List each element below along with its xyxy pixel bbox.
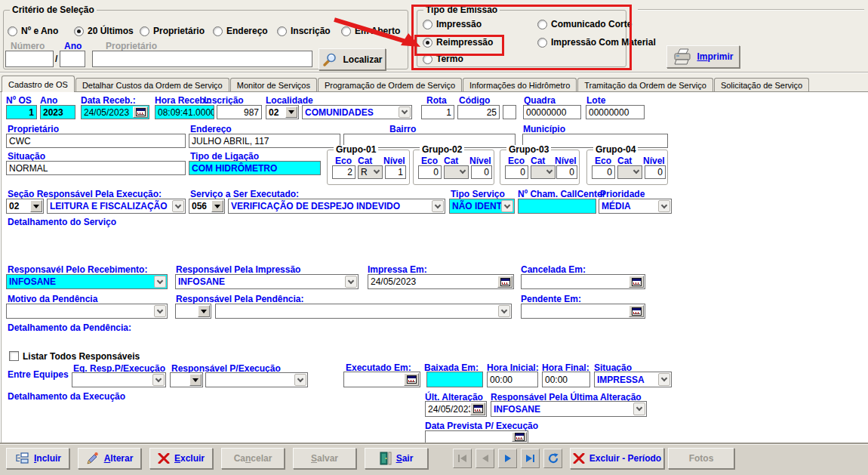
dropdown-button[interactable] [154,305,166,317]
dropdown-button[interactable] [198,305,210,317]
tab-solicitacao-servico[interactable]: Solicitação de Serviço [714,78,809,92]
ncham-callcenter-field[interactable] [518,199,596,214]
cat-combo[interactable] [617,165,642,179]
cat-combo[interactable]: R [358,165,383,179]
nivel-field[interactable]: 0 [471,165,492,179]
nivel-field[interactable]: 0 [556,165,577,179]
sair-button[interactable]: Sair [365,448,428,469]
tipo-servico-combo[interactable]: NÃO IDENTIFI [449,199,515,214]
resp-recebimento-combo[interactable]: INFOSANE [6,274,168,289]
nivel-field[interactable]: 1 [385,165,406,179]
listar-todos-checkbox[interactable] [9,351,19,361]
imprimir-button[interactable]: Imprimir [666,45,740,68]
tab-cadastro-de-os[interactable]: Cadastro de OS [2,76,75,92]
data-prevista-calendar-button[interactable] [512,432,527,442]
data-prevista-field[interactable] [425,430,528,443]
nav-previous-button[interactable] [476,449,494,468]
dropdown-button[interactable] [658,200,670,212]
localidade-codigo-combo[interactable]: 02 [266,105,299,119]
quadra-field[interactable]: 00000000 [523,105,581,119]
dropdown-button[interactable] [294,374,306,386]
baixada-em-field[interactable] [426,372,483,387]
inscricao-field[interactable]: 987 [217,105,262,119]
alterar-button[interactable]: Alterar [78,448,141,469]
cat-combo[interactable] [444,165,469,179]
radio-endereco[interactable]: Endereço [213,26,268,36]
dropdown-button[interactable] [658,373,670,386]
proprietario-field[interactable]: CWC [6,134,186,148]
dropdown-button[interactable] [432,200,444,212]
codigo-field[interactable]: 25 [457,105,500,119]
refresh-button[interactable] [543,449,562,468]
tab-detalhar-custos[interactable]: Detalhar Custos da Ordem de Serviço [75,78,229,92]
resp-impressao-combo[interactable]: INFOSANE [175,274,359,289]
cancelada-em-field[interactable] [521,274,645,289]
hora-final-field[interactable]: 00:00 [542,372,590,387]
impressa-em-calendar-button[interactable] [497,276,512,288]
hora-inicial-field[interactable]: 00:00 [487,372,538,387]
ult-alteracao-field[interactable]: 24/05/2023 [425,401,487,417]
cancelar-button[interactable]: Cancelar [221,448,285,469]
dropdown-button[interactable] [345,276,357,288]
proprietario-search-input[interactable] [92,51,312,67]
nav-next-button[interactable] [498,449,517,468]
radio-proprietario[interactable]: Proprietário [140,26,205,36]
tab-programacao-os[interactable]: Programação de Ordem de Serviço [318,78,462,92]
tipo-ligacao-field[interactable]: COM HIDRÔMETRO [189,161,321,175]
eq-resp-execucao-combo[interactable] [72,372,166,387]
radio-inscricao[interactable]: Inscrição [277,26,331,36]
os-ano-field[interactable]: 2023 [40,105,75,119]
situacao-execucao-combo[interactable]: IMPRESSA [594,372,672,387]
eco-field[interactable]: 0 [505,165,528,179]
nav-last-button[interactable] [521,449,540,468]
os-numero-field[interactable]: 1 [6,105,37,119]
motivo-pendencia-combo[interactable] [6,304,168,319]
radio-20-ultimos[interactable]: 20 Últimos [74,26,134,36]
cat-combo[interactable] [531,165,556,179]
resp-pendencia-codigo-combo[interactable] [175,304,211,319]
salvar-button[interactable]: Salvar [293,448,356,469]
tab-monitor-de-servicos[interactable]: Monitor de Serviços [230,78,317,92]
situacao-field[interactable]: NORMAL [6,161,186,175]
tab-tramitacao-os[interactable]: Tramitação da Ordem de Serviço [577,78,713,92]
executado-em-field[interactable] [343,372,420,387]
resp-execucao-combo[interactable] [205,372,308,387]
dropdown-button[interactable] [498,305,510,317]
dropdown-button[interactable] [501,200,513,212]
eco-field[interactable]: 0 [592,165,615,179]
dropdown-button[interactable] [399,106,411,118]
localizar-button[interactable]: Localizar [319,48,386,70]
fotos-button[interactable]: Fotos [668,448,734,469]
prioridade-combo[interactable]: MÉDIA [599,199,672,214]
codigo-extra-field[interactable] [503,105,516,119]
endereco-field[interactable]: JULHO ABRIL, 117 [189,134,340,148]
excluir-button[interactable]: Excluir [149,448,213,469]
dropdown-button[interactable] [152,374,165,386]
cancelada-em-calendar-button[interactable] [629,276,644,288]
eco-field[interactable]: 0 [418,165,442,179]
numero-input[interactable] [5,51,54,67]
executado-em-calendar-button[interactable] [404,373,419,386]
servico-codigo-combo[interactable]: 056 [189,199,225,214]
localidade-nome-combo[interactable]: COMUNIDADES [302,105,412,119]
excluir-periodo-button[interactable]: Excluir - Período [570,448,664,469]
impressa-em-field[interactable]: 24/05/2023 [368,274,514,289]
dropdown-button[interactable] [30,200,42,212]
incluir-button[interactable]: Incluir [6,448,69,469]
dropdown-button[interactable] [633,403,645,415]
eco-field[interactable]: 2 [332,165,356,179]
dropdown-button[interactable] [172,200,184,212]
data-receb-calendar-button[interactable] [133,106,148,118]
nav-first-button[interactable] [453,449,472,468]
servico-nome-combo[interactable]: VERIFICAÇÃO DE DESPEJO INDEVIDO [228,199,445,214]
secao-codigo-combo[interactable]: 02 [6,199,44,214]
hora-receb-field[interactable]: 08:09:41.0000 [155,105,214,119]
radio-numero-ano[interactable]: Nº e Ano [8,26,58,36]
ano-search-input[interactable] [60,51,85,67]
ult-alteracao-calendar-button[interactable] [470,403,485,415]
secao-nome-combo[interactable]: LEITURA E FISCALIZAÇÃO [47,199,186,214]
dropdown-button[interactable] [211,200,223,212]
dropdown-button[interactable] [154,276,166,288]
resp-ult-alteracao-combo[interactable]: INFOSANE [491,401,647,417]
nivel-field[interactable]: 0 [645,165,666,179]
